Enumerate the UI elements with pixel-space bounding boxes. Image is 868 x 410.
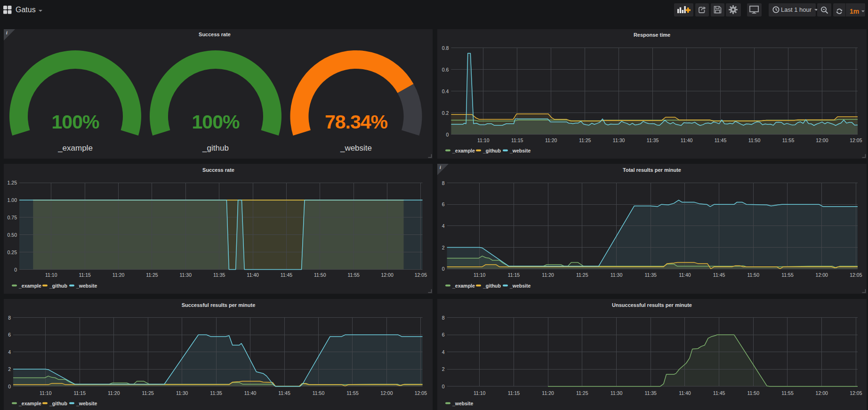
svg-text:11:25: 11:25	[576, 390, 588, 396]
svg-text:_github: _github	[482, 283, 501, 289]
svg-text:11:40: 11:40	[679, 390, 691, 396]
svg-text:_github: _github	[482, 148, 501, 153]
svg-text:2: 2	[442, 245, 445, 250]
svg-text:1.25: 1.25	[8, 180, 17, 185]
svg-text:11:15: 11:15	[508, 272, 520, 278]
svg-text:2: 2	[8, 366, 11, 372]
svg-text:6: 6	[442, 332, 445, 338]
svg-text:11:35: 11:35	[644, 272, 657, 278]
svg-text:0: 0	[442, 384, 445, 389]
svg-text:8: 8	[8, 315, 11, 321]
svg-text:11:55: 11:55	[781, 272, 794, 278]
svg-text:12:05: 12:05	[850, 390, 862, 396]
svg-text:11:20: 11:20	[542, 272, 554, 278]
svg-text:0: 0	[14, 267, 17, 273]
svg-text:11:35: 11:35	[644, 390, 657, 396]
svg-text:Success rate: Success rate	[199, 32, 231, 37]
svg-text:11:15: 11:15	[74, 390, 86, 396]
svg-text:12:05: 12:05	[850, 272, 862, 278]
svg-text:11:30: 11:30	[611, 390, 623, 396]
svg-text:11:55: 11:55	[781, 390, 794, 396]
svg-text:11:10: 11:10	[474, 390, 486, 396]
svg-text:11:20: 11:20	[542, 390, 554, 396]
svg-text:_example: _example	[452, 283, 475, 289]
svg-text:_example: _example	[57, 144, 93, 153]
svg-text:i: i	[6, 30, 8, 35]
svg-text:Unsuccessful results per minut: Unsuccessful results per minute	[612, 302, 692, 308]
svg-text:0.8: 0.8	[442, 45, 449, 51]
svg-text:0.75: 0.75	[8, 215, 17, 220]
svg-text:12:05: 12:05	[415, 272, 427, 278]
svg-text:8: 8	[442, 180, 445, 186]
svg-text:0: 0	[446, 132, 449, 137]
svg-text:_website: _website	[76, 401, 97, 406]
svg-text:11:50: 11:50	[313, 390, 325, 396]
svg-text:_github: _github	[49, 401, 67, 406]
svg-text:_github: _github	[202, 144, 229, 153]
svg-text:11:50: 11:50	[314, 272, 326, 278]
svg-text:12:00: 12:00	[816, 137, 828, 143]
svg-text:11:45: 11:45	[715, 137, 727, 143]
svg-text:_website: _website	[452, 401, 474, 406]
svg-text:12:00: 12:00	[381, 272, 393, 278]
svg-text:_website: _website	[509, 148, 531, 153]
svg-text:11:45: 11:45	[713, 272, 725, 278]
svg-text:11:30: 11:30	[176, 390, 188, 396]
svg-text:_website: _website	[76, 283, 97, 289]
svg-text:11:15: 11:15	[79, 272, 91, 278]
svg-text:1.00: 1.00	[8, 197, 17, 203]
svg-text:0: 0	[442, 266, 445, 272]
svg-text:4: 4	[442, 349, 445, 355]
svg-text:11:25: 11:25	[142, 390, 154, 396]
svg-text:11:35: 11:35	[213, 272, 225, 278]
svg-text:Total results per minute: Total results per minute	[623, 167, 681, 173]
svg-text:11:10: 11:10	[40, 390, 52, 396]
svg-text:11:20: 11:20	[108, 390, 120, 396]
svg-text:12:05: 12:05	[415, 390, 427, 396]
svg-text:78.34%: 78.34%	[325, 111, 388, 133]
svg-text:100%: 100%	[52, 111, 99, 133]
svg-text:11:30: 11:30	[611, 272, 623, 278]
svg-text:11:55: 11:55	[347, 272, 360, 278]
svg-text:0: 0	[8, 384, 11, 389]
svg-text:100%: 100%	[192, 111, 240, 133]
svg-text:Response time: Response time	[634, 32, 670, 38]
svg-text:11:20: 11:20	[545, 137, 557, 143]
svg-text:11:55: 11:55	[782, 137, 795, 143]
svg-text:i: i	[440, 165, 441, 170]
svg-text:12:05: 12:05	[850, 137, 862, 143]
svg-text:11:30: 11:30	[613, 137, 625, 143]
svg-text:_example: _example	[18, 283, 41, 289]
svg-text:12:00: 12:00	[816, 390, 828, 396]
svg-text:11:25: 11:25	[579, 137, 591, 143]
svg-text:11:45: 11:45	[278, 390, 290, 396]
svg-text:11:20: 11:20	[113, 272, 125, 278]
svg-text:_github: _github	[49, 283, 67, 289]
svg-text:11:35: 11:35	[647, 137, 659, 143]
svg-text:6: 6	[442, 201, 445, 207]
svg-text:11:10: 11:10	[45, 272, 57, 278]
svg-text:6: 6	[8, 332, 11, 338]
svg-text:11:45: 11:45	[281, 272, 293, 278]
svg-text:0.2: 0.2	[442, 110, 449, 116]
svg-text:12:00: 12:00	[816, 272, 828, 278]
svg-text:2: 2	[442, 366, 445, 372]
svg-text:_website: _website	[340, 144, 372, 153]
svg-text:11:50: 11:50	[748, 137, 761, 143]
svg-text:11:50: 11:50	[747, 272, 760, 278]
svg-text:0.25: 0.25	[8, 249, 17, 255]
svg-text:8: 8	[442, 315, 445, 321]
svg-text:_example: _example	[452, 148, 475, 153]
svg-text:0.50: 0.50	[8, 232, 17, 238]
svg-text:11:45: 11:45	[713, 390, 725, 396]
svg-text:11:40: 11:40	[244, 390, 257, 396]
svg-text:_website: _website	[509, 283, 531, 289]
svg-text:11:15: 11:15	[508, 390, 520, 396]
svg-text:11:55: 11:55	[346, 390, 359, 396]
svg-text:11:15: 11:15	[511, 137, 523, 143]
svg-text:_example: _example	[18, 401, 41, 406]
svg-text:11:25: 11:25	[146, 272, 158, 278]
svg-text:4: 4	[442, 223, 445, 229]
svg-text:11:40: 11:40	[681, 137, 693, 143]
svg-text:11:50: 11:50	[747, 390, 760, 396]
